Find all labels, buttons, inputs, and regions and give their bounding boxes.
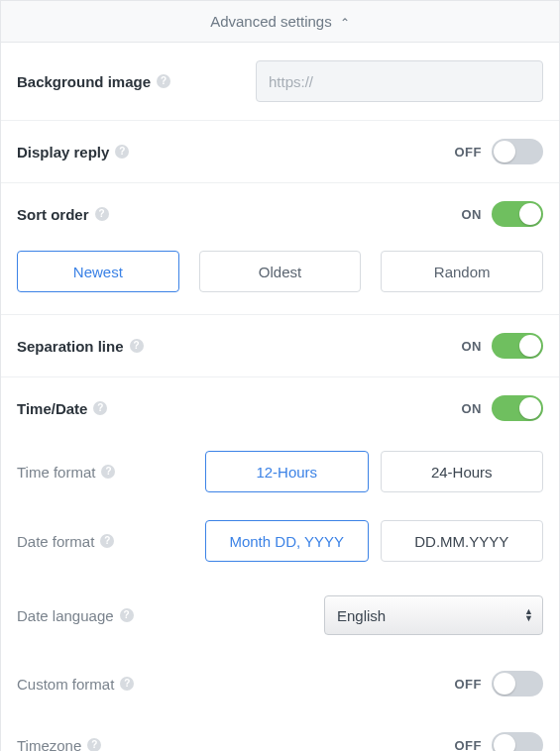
row-time-format: Time format ? 12-Hours 24-Hours <box>1 441 559 510</box>
row-separation-line: Separation line ? ON <box>1 315 559 377</box>
header-title: Advanced settings <box>210 13 332 30</box>
help-icon[interactable]: ? <box>100 534 114 548</box>
label-date-format: Date format ? <box>17 533 205 550</box>
toggle-sort-order[interactable] <box>492 201 543 227</box>
toggle-state-label: OFF <box>455 145 483 160</box>
sort-order-options: Newest Oldest Random <box>1 237 559 315</box>
label-text: Time format <box>17 464 95 481</box>
toggle-display-reply[interactable] <box>492 139 543 164</box>
background-image-input[interactable] <box>256 60 543 102</box>
toggle-timezone-wrap: OFF <box>455 732 544 751</box>
label-text: Background image <box>17 73 151 90</box>
toggle-separation-line[interactable] <box>492 333 543 359</box>
option-label: Month DD, YYYY <box>229 533 344 550</box>
row-display-reply: Display reply ? OFF <box>1 121 559 183</box>
toggle-time-date-wrap: ON <box>462 395 544 421</box>
label-text: Separation line <box>17 338 124 355</box>
toggle-time-date[interactable] <box>492 395 543 421</box>
chevron-up-icon: ⌃ <box>340 16 350 30</box>
help-icon[interactable]: ? <box>157 74 170 88</box>
toggle-state-label: OFF <box>455 677 483 692</box>
label-text: Custom format <box>17 676 114 693</box>
toggle-custom-format-wrap: OFF <box>455 671 544 697</box>
advanced-settings-panel: Advanced settings ⌃ Background image ? D… <box>0 0 560 751</box>
help-icon[interactable]: ? <box>95 207 109 221</box>
toggle-display-reply-wrap: OFF <box>455 139 544 164</box>
toggle-separation-line-wrap: ON <box>462 333 544 359</box>
advanced-settings-header[interactable]: Advanced settings ⌃ <box>1 1 559 43</box>
label-time-date: Time/Date ? <box>17 400 107 417</box>
date-language-select[interactable]: English <box>324 595 543 635</box>
sort-option-oldest[interactable]: Oldest <box>199 251 362 292</box>
label-text: Date format <box>17 533 94 550</box>
label-text: Date language <box>17 607 114 624</box>
label-time-format: Time format ? <box>17 464 205 481</box>
toggle-custom-format[interactable] <box>492 671 543 697</box>
sort-option-newest[interactable]: Newest <box>17 251 179 292</box>
help-icon[interactable]: ? <box>87 738 101 751</box>
row-date-language: Date language ? English ▲▼ <box>1 580 559 653</box>
row-background-image: Background image ? <box>1 43 559 121</box>
time-format-24h[interactable]: 24-Hours <box>381 451 544 492</box>
toggle-state-label: OFF <box>455 738 483 751</box>
option-label: 12-Hours <box>256 464 317 481</box>
help-icon[interactable]: ? <box>120 608 134 622</box>
label-text: Display reply <box>17 144 109 161</box>
date-language-select-wrap: English ▲▼ <box>324 595 543 635</box>
option-label: Oldest <box>259 264 301 280</box>
option-label: 24-Hours <box>431 464 493 481</box>
label-text: Timezone <box>17 737 81 751</box>
option-label: Random <box>434 264 491 280</box>
option-label: DD.MM.YYYY <box>414 533 508 550</box>
date-format-dmy[interactable]: DD.MM.YYYY <box>381 520 544 562</box>
label-separation-line: Separation line ? <box>17 338 144 355</box>
sort-option-random[interactable]: Random <box>381 251 543 292</box>
label-timezone: Timezone ? <box>17 737 205 751</box>
toggle-timezone[interactable] <box>492 732 543 751</box>
label-date-language: Date language ? <box>17 607 324 624</box>
help-icon[interactable]: ? <box>130 339 144 353</box>
toggle-sort-order-wrap: ON <box>462 201 544 227</box>
help-icon[interactable]: ? <box>120 677 134 691</box>
time-format-12h[interactable]: 12-Hours <box>205 451 369 492</box>
row-time-date: Time/Date ? ON <box>1 377 559 441</box>
help-icon[interactable]: ? <box>115 145 129 159</box>
help-icon[interactable]: ? <box>101 465 115 479</box>
label-custom-format: Custom format ? <box>17 676 205 693</box>
toggle-state-label: ON <box>462 401 483 416</box>
label-sort-order: Sort order ? <box>17 206 109 223</box>
toggle-state-label: ON <box>462 207 483 222</box>
toggle-state-label: ON <box>462 339 483 354</box>
help-icon[interactable]: ? <box>93 401 107 415</box>
row-sort-order: Sort order ? ON <box>1 183 559 237</box>
date-format-mdy[interactable]: Month DD, YYYY <box>205 520 369 562</box>
row-date-format: Date format ? Month DD, YYYY DD.MM.YYYY <box>1 510 559 580</box>
label-background-image: Background image ? <box>17 73 170 90</box>
option-label: Newest <box>73 264 123 280</box>
label-text: Time/Date <box>17 400 87 417</box>
row-custom-format: Custom format ? OFF <box>1 653 559 714</box>
label-text: Sort order <box>17 206 89 223</box>
row-timezone: Timezone ? OFF <box>1 714 559 751</box>
label-display-reply: Display reply ? <box>17 144 129 161</box>
